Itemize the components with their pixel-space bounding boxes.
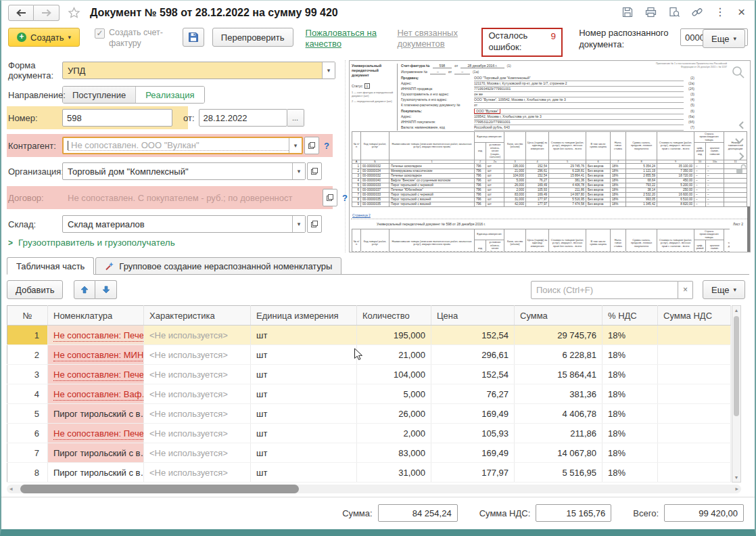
table-row[interactable]: 7Пирог тирольский с в…<Не используется>ш… [7,443,731,463]
counterparty-help-icon[interactable]: ? [324,141,329,151]
col-quantity[interactable]: Количество [357,306,431,326]
tab-tabular-section[interactable]: Табличная часть [7,257,94,275]
col-characteristic[interactable]: Характеристика [144,306,251,326]
forward-button[interactable] [34,5,60,21]
warehouse-field[interactable]: Склад материалов ▾ [62,215,306,233]
page-prev-icon[interactable] [737,120,746,133]
col-amount[interactable]: Сумма [515,306,603,326]
table-row[interactable]: 1Не сопоставлен: Пече…<Не используется>ш… [7,326,731,345]
col-price[interactable]: Цена [431,306,515,326]
contract-help-icon[interactable]: ? [342,193,348,203]
horizontal-scroll-thumb[interactable] [20,485,299,493]
scroll-up-icon[interactable]: ▲ [732,308,740,313]
lock-open-icon[interactable] [735,164,747,177]
form-preview-splitter[interactable] [345,60,346,252]
link-icon[interactable] [692,7,703,18]
favorite-star-icon[interactable] [68,7,80,19]
more-menu-icon[interactable]: ⋮ [715,7,726,18]
col-vat-percent[interactable]: % НДС [603,306,658,326]
col-vat-amount[interactable]: Сумма НДС [658,306,731,326]
table-header-row: № Номенклатура Характеристика Единица из… [7,306,731,326]
horizontal-scrollbar[interactable]: ◂ ▸ [7,485,741,493]
add-row-button[interactable]: Добавить [7,280,63,299]
preview-page2-link[interactable]: Страница 2 [352,213,371,217]
preview-goods-row: 600-00000037Печенье "Юбилейное"796шт2,00… [352,187,747,192]
back-button[interactable] [8,5,34,21]
document-number-input[interactable] [62,109,172,127]
direction-option-realizaciya[interactable]: Реализация [135,87,204,103]
dropdown-arrow-icon[interactable]: ▾ [289,138,302,153]
floppy-icon [188,32,199,43]
zoom-icon[interactable] [731,65,746,83]
page-down-icon[interactable] [734,135,745,148]
no-linked-documents-link[interactable]: Нет связанных документов [397,28,471,50]
preview-scrollbar[interactable] [747,206,750,252]
dropdown-arrow-icon[interactable]: ▾ [322,62,335,79]
col-number[interactable]: № [7,306,48,326]
save-icon[interactable] [622,7,633,18]
preview-document-icon[interactable] [669,7,680,18]
preview-goods-row: 100-00000032Печенье шоколадное796шт195,0… [352,164,747,169]
print-icon[interactable] [645,7,657,18]
col-nomenclature[interactable]: Номенклатура [48,306,144,326]
caret-down-icon: ▾ [68,34,71,41]
preview-field-row: ИНН/КПП продавца:7719934929/779901001(2б… [401,87,694,92]
preview-invoice-number: 598 [433,64,452,68]
table-row[interactable]: 2Не сопоставлен: МИН…<Не используется>шт… [7,345,731,365]
more-button-table[interactable]: Еще ▾ [703,280,745,299]
table-row[interactable]: 3Не сопоставлен: Пече…<Не используется>ш… [7,365,731,384]
magic-wand-icon [105,261,114,271]
organization-field[interactable]: Торговый дом "Комплексный" ▾ [62,162,306,180]
table-row[interactable]: 4Не сопоставлен: Ваф…<Не используется>шт… [7,384,731,404]
counterparty-field[interactable]: Не сопоставлен. ООО "Вулкан" ▾ [62,137,303,154]
errors-remaining-box: Осталось ошибок: 9 [481,28,563,57]
dropdown-arrow-icon[interactable]: ▾ [292,163,305,179]
open-in-list-icon [310,167,318,175]
doc-form-field[interactable]: УПД ▾ [62,62,335,79]
create-invoice-checkbox[interactable]: ✓ Создать счет-фактуру [95,28,173,49]
checkbox-checked-icon: ✓ [95,28,105,39]
vertical-scrollbar[interactable]: ▲ ▼ [732,305,741,483]
scroll-left-icon[interactable]: ◂ [9,485,13,492]
vertical-scroll-thumb[interactable] [734,316,739,416]
warehouse-open-button[interactable] [307,215,322,233]
table-row[interactable]: 6Не сопоставлен: Пече…<Не используется>ш… [7,424,731,443]
move-up-button[interactable] [74,280,95,299]
preview-fields: Продавец:ООО "Торговый дом "Комплексный"… [401,76,694,131]
complain-quality-link[interactable]: Пожаловаться на качество [306,28,388,50]
total-sum-field: 84 254,24 [378,504,458,522]
shipper-section-toggle[interactable]: > Грузоотправитель и грузополучатель [8,238,175,248]
search-input[interactable] [531,281,678,299]
scroll-right-icon[interactable]: ▸ [735,485,738,492]
recheck-button[interactable]: Перепроверить [212,28,293,47]
col-unit[interactable]: Единица измерения [251,306,357,326]
dropdown-arrow-icon[interactable]: ▾ [292,216,305,232]
contract-field[interactable]: Не сопоставлен. С покупателем - руб.; по… [62,193,308,203]
tab-group-nomenclature-creation[interactable]: Групповое создание нераспознанной номенк… [95,257,341,275]
direction-option-postuplenie[interactable]: Поступление [63,87,135,103]
table-row[interactable]: 8Пирог тирольский с в…<Не используется>ш… [7,463,731,483]
tab-bar: Табличная часть Групповое создание нерас… [7,256,749,275]
more-button-top[interactable]: Еще ▾ [703,29,745,48]
counterparty-open-button[interactable] [304,137,319,154]
nomenclature-cell: Не сопоставлен: Пече… [48,326,144,345]
move-down-button[interactable] [95,280,117,299]
preview-goods-row: 500-00000033Пирог тирольский с черникой7… [352,183,747,187]
save-document-button[interactable] [183,28,204,47]
date-picker-button[interactable]: ... [287,109,304,127]
preview-field-row: Адрес:121170, Москва г, Кутузовский пр-к… [401,81,694,87]
scroll-down-icon[interactable]: ▼ [732,475,740,480]
contract-open-button[interactable] [323,189,337,206]
preview-field-row: ИНН/КПП покупателя:7799531120/779901001(… [401,120,694,125]
preview-doc-type: Универсальный передаточный документ [352,64,395,78]
document-preview: Универсальный передаточный документ Стат… [349,60,751,252]
items-table-body: 1Не сопоставлен: Пече…<Не используется>ш… [7,326,731,483]
table-row[interactable]: 5Пирог тирольский с в…<Не используется>ш… [7,404,731,424]
page-next-icon[interactable] [737,152,746,164]
document-date-input[interactable] [199,109,287,127]
nomenclature-cell: Не сопоставлен: Пече… [48,365,144,384]
close-icon[interactable]: × [738,5,745,18]
create-button[interactable]: + Создать ▾ [8,28,80,47]
clear-search-icon[interactable]: × [678,281,693,299]
organization-open-button[interactable] [307,162,322,180]
